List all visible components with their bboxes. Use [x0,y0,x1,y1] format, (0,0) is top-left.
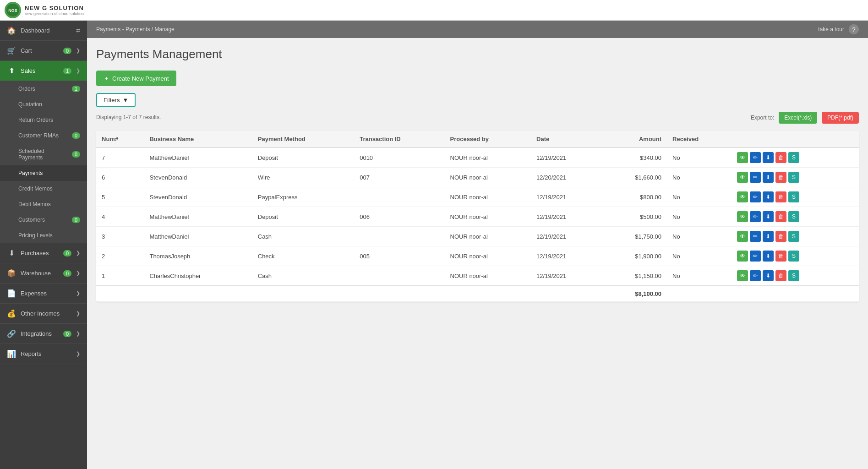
edit-button[interactable]: ✏ [750,231,761,242]
sidebar-item-cart[interactable]: 🛒 Cart 0 ❯ [0,41,87,61]
view-button[interactable]: 👁 [737,191,748,202]
delete-button[interactable]: 🗑 [775,191,786,202]
edit-button[interactable]: ✏ [750,211,761,222]
table-body: 7 MatthewDaniel Deposit 0010 NOUR noor-a… [96,147,859,302]
sidebar-item-warehouse[interactable]: 📦 Warehouse 0 ❯ [0,263,87,284]
sidebar-item-dashboard[interactable]: 🏠 Dashboard ⇄ [0,21,87,41]
sales-submenu: Orders 1 Quatation Return Orders Custome… [0,81,87,243]
stripe-button[interactable]: S [788,251,799,262]
cell-received: No [667,147,732,168]
delete-button[interactable]: 🗑 [775,211,786,222]
cell-num: 2 [96,246,144,266]
export-excel-button[interactable]: Excel(*.xls) [779,112,817,124]
cell-transaction: 006 [354,207,444,227]
orders-badge: 1 [72,86,80,92]
delete-button[interactable]: 🗑 [775,270,786,281]
sidebar-item-scheduled-payments[interactable]: Scheduled Payments 0 [0,143,87,165]
payments-table-container: Num# Business Name Payment Method Transa… [96,131,859,302]
cell-amount: $800.00 [602,187,667,207]
purchases-badge: 0 [63,250,71,256]
download-button[interactable]: ⬇ [763,191,774,202]
stripe-button[interactable]: S [788,211,799,222]
view-button[interactable]: 👁 [737,211,748,222]
sidebar-arrow-warehouse: ❯ [76,270,80,276]
sidebar-item-expenses[interactable]: 📄 Expenses ❯ [0,284,87,304]
stripe-button[interactable]: S [788,172,799,183]
create-payment-button[interactable]: ＋ Create New Payment [96,71,176,86]
sidebar-item-integrations[interactable]: 🔗 Integrations 0 ❯ [0,324,87,344]
cell-amount: $1,750.00 [602,227,667,246]
col-business: Business Name [144,131,252,147]
edit-button[interactable]: ✏ [750,172,761,183]
tour-link[interactable]: take a tour [818,26,844,33]
sidebar-item-pricing-levels[interactable]: Pricing Levels [0,228,87,243]
edit-button[interactable]: ✏ [750,191,761,202]
delete-button[interactable]: 🗑 [775,231,786,242]
sidebar-item-purchases[interactable]: ⬇ Purchases 0 ❯ [0,243,87,263]
debit-memos-label: Debit Memos [18,201,51,207]
cell-date: 12/19/2021 [531,266,602,286]
sidebar-item-reports[interactable]: 📊 Reports ❯ [0,344,87,364]
sidebar-label-expenses: Expenses [21,290,71,297]
other-incomes-icon: 💰 [7,309,16,318]
download-button[interactable]: ⬇ [763,251,774,262]
sidebar-item-customer-rmas[interactable]: Customer RMAs 0 [0,128,87,143]
col-actions [732,131,859,147]
help-button[interactable]: ? [849,24,859,34]
cell-amount: $1,150.00 [602,266,667,286]
filters-bar: Filters ▼ [96,93,859,107]
cell-num: 5 [96,187,144,207]
cell-date: 12/19/2021 [531,246,602,266]
download-button[interactable]: ⬇ [763,231,774,242]
sidebar-label-purchases: Purchases [21,250,59,256]
export-pdf-button[interactable]: PDF(*.pdf) [822,112,859,124]
download-button[interactable]: ⬇ [763,172,774,183]
view-button[interactable]: 👁 [737,251,748,262]
view-button[interactable]: 👁 [737,270,748,281]
sidebar-item-orders[interactable]: Orders 1 [0,81,87,97]
stripe-button[interactable]: S [788,191,799,202]
table-row: 7 MatthewDaniel Deposit 0010 NOUR noor-a… [96,147,859,168]
cell-actions: 👁 ✏ ⬇ 🗑 S [732,246,859,266]
home-icon: 🏠 [7,26,16,35]
cell-actions: 👁 ✏ ⬇ 🗑 S [732,207,859,227]
scheduled-payments-label: Scheduled Payments [18,148,68,161]
cell-processed: NOUR noor-al [445,207,531,227]
breadcrumb-bar: Payments - Payments / Manage take a tour… [87,21,868,38]
credit-memos-label: Credit Memos [18,185,53,192]
edit-button[interactable]: ✏ [750,270,761,281]
sidebar-item-customers[interactable]: Customers 0 [0,212,87,228]
view-button[interactable]: 👁 [737,172,748,183]
edit-button[interactable]: ✏ [750,251,761,262]
sidebar-item-credit-memos[interactable]: Credit Memos [0,181,87,196]
cell-actions: 👁 ✏ ⬇ 🗑 S [732,147,859,168]
cell-date: 12/19/2021 [531,227,602,246]
table-header: Num# Business Name Payment Method Transa… [96,131,859,147]
download-button[interactable]: ⬇ [763,152,774,163]
filters-button[interactable]: Filters ▼ [96,93,136,107]
download-button[interactable]: ⬇ [763,270,774,281]
view-button[interactable]: 👁 [737,231,748,242]
sidebar-item-other-incomes[interactable]: 💰 Other Incomes ❯ [0,304,87,324]
edit-button[interactable]: ✏ [750,152,761,163]
sidebar-item-quotation[interactable]: Quatation [0,97,87,112]
stripe-button[interactable]: S [788,270,799,281]
sidebar-arrow-expenses: ❯ [76,290,80,296]
sidebar-item-payments[interactable]: Payments [0,165,87,181]
customers-label: Customers [18,217,45,223]
sidebar-item-return-orders[interactable]: Return Orders [0,112,87,128]
delete-button[interactable]: 🗑 [775,172,786,183]
delete-button[interactable]: 🗑 [775,251,786,262]
cell-method: PaypalExpress [252,187,354,207]
view-button[interactable]: 👁 [737,152,748,163]
cell-amount: $500.00 [602,207,667,227]
scheduled-payments-badge: 0 [72,151,80,158]
sidebar-label-other-incomes: Other Incomes [21,310,71,317]
download-button[interactable]: ⬇ [763,211,774,222]
stripe-button[interactable]: S [788,231,799,242]
sidebar-item-debit-memos[interactable]: Debit Memos [0,196,87,212]
cell-processed: NOUR noor-al [445,168,531,187]
sidebar-item-sales[interactable]: ⬆ Sales 1 ❯ [0,61,87,81]
stripe-button[interactable]: S [788,152,799,163]
delete-button[interactable]: 🗑 [775,152,786,163]
